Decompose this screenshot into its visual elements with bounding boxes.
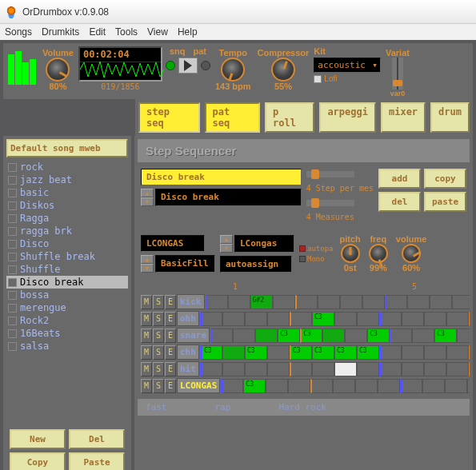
step-cell[interactable]: C3 bbox=[200, 345, 222, 360]
step-cell[interactable] bbox=[345, 329, 367, 343]
step-cell[interactable] bbox=[266, 379, 288, 393]
mode-pat-seq[interactable]: pat seq bbox=[205, 102, 260, 133]
autopa-checkbox[interactable] bbox=[299, 245, 306, 252]
pattern-item[interactable]: Ragga bbox=[6, 212, 128, 225]
pattern-item[interactable]: 16Beats bbox=[6, 327, 128, 340]
step-cell[interactable]: C3 bbox=[312, 345, 334, 360]
pattern-item[interactable]: merengue bbox=[6, 301, 128, 314]
step-cell[interactable] bbox=[245, 312, 267, 326]
solo-button[interactable]: S bbox=[153, 345, 164, 360]
paste-button[interactable]: Paste bbox=[69, 452, 125, 470]
menu-songs[interactable]: Songs bbox=[5, 26, 32, 38]
edit-button[interactable]: E bbox=[165, 362, 176, 376]
step-cell[interactable] bbox=[400, 379, 422, 393]
measures-slider[interactable] bbox=[306, 200, 354, 206]
step-cell[interactable] bbox=[288, 379, 310, 393]
basicfill-spinner[interactable]: ▲▼ bbox=[141, 255, 154, 273]
step-cell[interactable] bbox=[210, 329, 233, 343]
solo-button[interactable]: S bbox=[153, 295, 164, 309]
menu-tools[interactable]: Tools bbox=[115, 26, 138, 38]
step-cell[interactable]: C3 bbox=[312, 312, 334, 326]
new-button[interactable]: New bbox=[10, 429, 66, 449]
autoassign-button[interactable]: autoassign bbox=[220, 256, 292, 273]
step-cell[interactable] bbox=[228, 295, 250, 309]
copy-button[interactable]: Copy bbox=[10, 452, 66, 470]
seq-add-button[interactable]: add bbox=[378, 169, 421, 189]
track-name[interactable]: snare bbox=[177, 328, 210, 343]
step-cell[interactable] bbox=[379, 362, 402, 376]
step-cell[interactable] bbox=[357, 312, 379, 326]
volume-knob[interactable] bbox=[46, 58, 70, 82]
step-cell[interactable] bbox=[445, 379, 467, 393]
mode-drum[interactable]: drum bbox=[430, 102, 470, 133]
step-cell[interactable] bbox=[424, 345, 446, 360]
edit-button[interactable]: E bbox=[165, 295, 176, 309]
seq-copy-button[interactable]: copy bbox=[424, 169, 466, 189]
freq-knob[interactable] bbox=[369, 244, 388, 263]
pattern-item[interactable]: Disco break bbox=[6, 276, 128, 289]
step-cell[interactable] bbox=[422, 379, 445, 393]
mute-button[interactable]: M bbox=[141, 329, 152, 343]
step-cell[interactable] bbox=[424, 362, 446, 376]
tempo-knob[interactable] bbox=[221, 58, 245, 82]
step-cell[interactable] bbox=[446, 312, 469, 326]
seq-del-button[interactable]: del bbox=[378, 192, 421, 212]
menu-drumkits[interactable]: Drumkits bbox=[42, 26, 79, 38]
step-cell[interactable] bbox=[467, 379, 470, 393]
pattern-item[interactable]: Shuffle bbox=[6, 263, 128, 276]
step-cell[interactable] bbox=[430, 295, 452, 309]
mode-step-seq[interactable]: step seq bbox=[138, 102, 200, 133]
step-cell[interactable] bbox=[402, 345, 424, 360]
pattern-item[interactable]: rock bbox=[6, 161, 128, 173]
step-cell[interactable] bbox=[290, 312, 312, 326]
pattern-list[interactable]: rockjazz beatbasicDiskosRaggaragga brkDi… bbox=[6, 161, 128, 423]
step-cell[interactable] bbox=[452, 295, 470, 309]
track-name[interactable]: LCONGAS bbox=[177, 378, 220, 393]
step-cell[interactable]: C3 bbox=[245, 345, 267, 360]
track-name[interactable]: hit bbox=[177, 361, 199, 376]
step-cell[interactable] bbox=[255, 329, 278, 343]
edit-button[interactable]: E bbox=[165, 379, 176, 393]
play-button[interactable] bbox=[178, 58, 198, 74]
song-title[interactable]: Default song mweb bbox=[6, 139, 128, 157]
step-cell[interactable] bbox=[379, 312, 402, 326]
step-cell[interactable]: C3 bbox=[367, 329, 390, 343]
edit-button[interactable]: E bbox=[165, 312, 176, 326]
step-cell[interactable] bbox=[310, 379, 333, 393]
compressor-knob[interactable] bbox=[271, 58, 295, 82]
step-cell[interactable] bbox=[457, 329, 470, 343]
step-cell[interactable] bbox=[322, 329, 345, 343]
step-cell[interactable] bbox=[446, 362, 469, 376]
menu-edit[interactable]: Edit bbox=[89, 26, 106, 38]
step-cell[interactable] bbox=[424, 312, 446, 326]
solo-button[interactable]: S bbox=[153, 362, 164, 376]
edit-button[interactable]: E bbox=[165, 329, 176, 343]
track-volume-knob[interactable] bbox=[402, 244, 421, 263]
solo-button[interactable]: S bbox=[153, 329, 164, 343]
step-cell[interactable] bbox=[390, 329, 412, 343]
pitch-knob[interactable] bbox=[341, 244, 360, 263]
step-cell[interactable] bbox=[273, 295, 295, 309]
seq-paste-button[interactable]: paste bbox=[424, 192, 466, 212]
track-name[interactable]: ohh bbox=[177, 311, 199, 326]
step-cell[interactable] bbox=[469, 312, 470, 326]
step-cell[interactable] bbox=[222, 362, 245, 376]
step-cell[interactable] bbox=[267, 345, 290, 360]
step-cell[interactable]: C3 bbox=[278, 329, 300, 343]
step-cell[interactable] bbox=[333, 379, 355, 393]
step-cell[interactable] bbox=[385, 295, 407, 309]
step-cell[interactable] bbox=[233, 329, 255, 343]
track-name[interactable]: chh bbox=[177, 345, 199, 360]
solo-button[interactable]: S bbox=[153, 379, 164, 393]
pattern-select[interactable]: Disco break bbox=[155, 189, 302, 206]
pat-led[interactable] bbox=[201, 61, 210, 70]
pattern-item[interactable]: salsa bbox=[6, 340, 128, 352]
step-cell[interactable] bbox=[334, 362, 357, 376]
step-cell[interactable] bbox=[312, 362, 334, 376]
mode-mixer[interactable]: mixer bbox=[381, 102, 426, 133]
step-cell[interactable]: C3 bbox=[243, 379, 266, 393]
pattern-item[interactable]: Diskos bbox=[6, 199, 128, 212]
step-cell[interactable] bbox=[206, 295, 228, 309]
pattern-item[interactable]: jazz beat bbox=[6, 173, 128, 186]
track-name[interactable]: kick bbox=[177, 294, 205, 309]
